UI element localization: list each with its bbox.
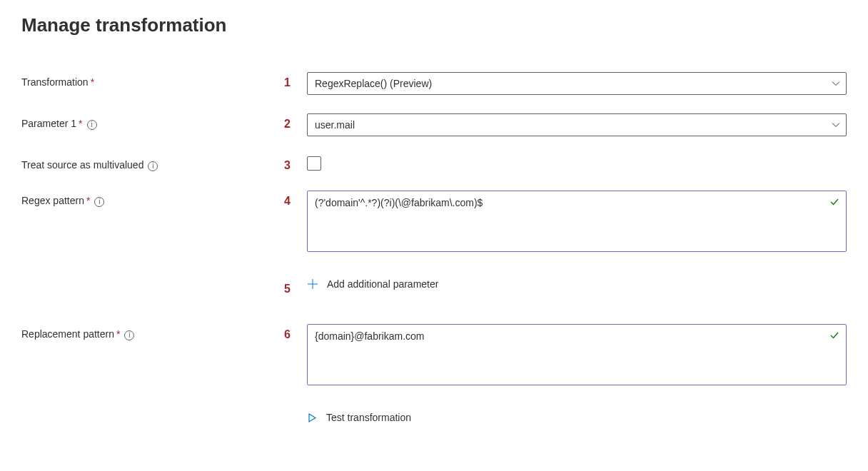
label-regex: Regex pattern * i bbox=[21, 191, 264, 207]
label-replacement-text: Replacement pattern bbox=[21, 328, 114, 340]
test-transformation-button[interactable]: Test transformation bbox=[307, 412, 847, 423]
label-transformation-text: Transformation bbox=[21, 76, 89, 88]
check-icon bbox=[829, 330, 839, 340]
row-add-param: 5 Add additional parameter bbox=[21, 278, 847, 295]
row-multivalued: Treat source as multivalued i 3 bbox=[21, 155, 847, 172]
multivalued-checkbox[interactable] bbox=[307, 156, 321, 171]
marker-4: 4 bbox=[264, 191, 307, 208]
label-multivalued: Treat source as multivalued i bbox=[21, 155, 264, 171]
label-parameter1-text: Parameter 1 bbox=[21, 118, 76, 129]
label-multivalued-text: Treat source as multivalued bbox=[21, 159, 143, 171]
label-test-empty bbox=[21, 412, 264, 416]
info-icon[interactable]: i bbox=[148, 159, 158, 171]
add-parameter-button[interactable]: Add additional parameter bbox=[307, 278, 847, 290]
info-icon[interactable]: i bbox=[124, 328, 134, 340]
transformation-value: RegexReplace() (Preview) bbox=[315, 78, 432, 89]
plus-icon bbox=[307, 278, 318, 290]
marker-6: 6 bbox=[264, 324, 307, 341]
marker-1: 1 bbox=[264, 72, 307, 89]
chevron-down-icon bbox=[832, 121, 840, 129]
row-replacement: Replacement pattern * i 6 bbox=[21, 324, 847, 388]
required-asterisk: * bbox=[91, 76, 94, 88]
regex-pattern-input[interactable] bbox=[307, 191, 847, 252]
label-transformation: Transformation * bbox=[21, 72, 264, 88]
page-title: Manage transformation bbox=[21, 14, 847, 36]
add-parameter-label: Add additional parameter bbox=[327, 278, 438, 290]
info-icon[interactable]: i bbox=[94, 195, 104, 207]
row-test: Test transformation bbox=[21, 412, 847, 423]
required-asterisk: * bbox=[86, 195, 90, 206]
info-icon[interactable]: i bbox=[87, 118, 97, 130]
row-parameter1: Parameter 1 * i 2 user.mail bbox=[21, 113, 847, 136]
label-add-param-empty bbox=[21, 278, 264, 283]
required-asterisk: * bbox=[116, 328, 120, 340]
parameter1-value: user.mail bbox=[315, 119, 355, 131]
parameter1-dropdown[interactable]: user.mail bbox=[307, 113, 847, 136]
chevron-down-icon bbox=[832, 79, 840, 88]
transformation-dropdown[interactable]: RegexReplace() (Preview) bbox=[307, 72, 847, 95]
play-icon bbox=[307, 412, 318, 423]
row-transformation: Transformation * 1 RegexReplace() (Previ… bbox=[21, 72, 847, 95]
marker-2: 2 bbox=[264, 113, 307, 131]
marker-test-empty bbox=[264, 412, 307, 416]
label-regex-text: Regex pattern bbox=[21, 195, 84, 206]
marker-3: 3 bbox=[264, 155, 307, 172]
marker-5: 5 bbox=[264, 278, 307, 295]
replacement-pattern-input[interactable] bbox=[307, 324, 847, 385]
test-transformation-label: Test transformation bbox=[326, 412, 411, 423]
check-icon bbox=[829, 197, 839, 207]
row-regex: Regex pattern * i 4 bbox=[21, 191, 847, 254]
required-asterisk: * bbox=[79, 118, 82, 129]
label-replacement: Replacement pattern * i bbox=[21, 324, 264, 340]
label-parameter1: Parameter 1 * i bbox=[21, 113, 264, 130]
